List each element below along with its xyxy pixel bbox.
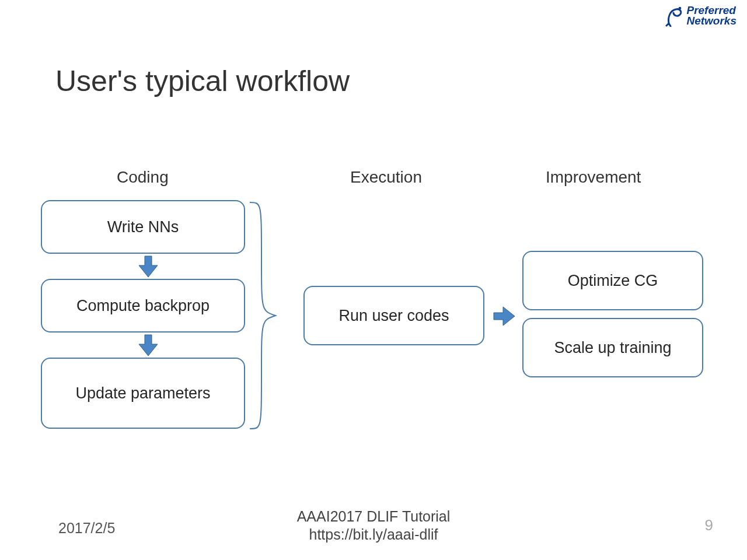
arrow-right-icon — [493, 304, 516, 328]
arrow-down-icon — [137, 255, 160, 278]
logo-text: Preferred Networks — [686, 5, 736, 26]
logo: Preferred Networks — [664, 5, 736, 27]
box-compute-backprop: Compute backprop — [41, 279, 245, 332]
page-title: User's typical workflow — [55, 64, 350, 98]
section-label-coding: Coding — [117, 168, 169, 187]
section-label-improvement: Improvement — [546, 168, 641, 187]
footer-url: https://bit.ly/aaai-dlif — [297, 526, 451, 544]
section-label-execution: Execution — [350, 168, 422, 187]
footer-center: AAAI2017 DLIF Tutorial https://bit.ly/aa… — [297, 508, 451, 544]
box-write-nns: Write NNs — [41, 200, 245, 254]
box-optimize-cg: Optimize CG — [522, 251, 703, 310]
box-run-user-codes: Run user codes — [303, 286, 484, 345]
logo-line2: Networks — [686, 16, 736, 26]
footer-page-number: 9 — [705, 516, 713, 534]
footer-tutorial-name: AAAI2017 DLIF Tutorial — [297, 508, 451, 526]
logo-icon — [664, 5, 684, 27]
brace-icon — [247, 200, 278, 431]
arrow-down-icon — [137, 334, 160, 357]
box-update-parameters: Update parameters — [41, 358, 245, 429]
svg-point-0 — [679, 7, 682, 10]
box-scale-up-training: Scale up training — [522, 318, 703, 377]
footer-date: 2017/2/5 — [58, 520, 115, 537]
